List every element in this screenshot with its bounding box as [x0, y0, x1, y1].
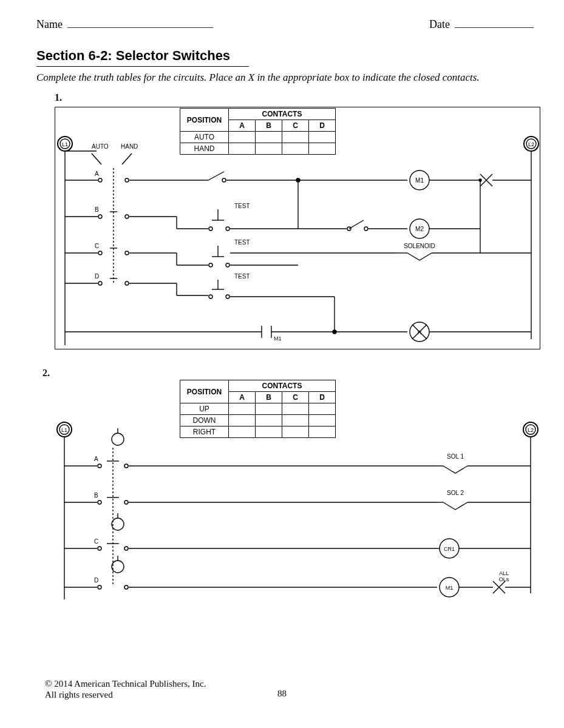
q1-th-b: B [256, 120, 282, 132]
q1-th-position: POSITION [180, 109, 229, 132]
svg-line-48 [349, 220, 364, 229]
svg-text:A: A [94, 456, 98, 462]
q2-truth-table[interactable]: POSITION CONTACTS A B C D UP DOWN RIGHT [180, 380, 336, 438]
svg-text:A: A [95, 170, 99, 177]
question-2: 2. POSITION CONTACTS A B C D UP DOWN RIG… [36, 368, 546, 612]
svg-text:M2: M2 [415, 226, 424, 232]
q2-cell-right-a[interactable] [229, 426, 256, 438]
svg-point-116 [98, 464, 101, 468]
q2-cell-down-a[interactable] [229, 415, 256, 426]
svg-point-78 [98, 281, 102, 285]
q2-row-down: DOWN [180, 415, 229, 426]
q1-truth-table[interactable]: POSITION CONTACTS A B C D AUTO HAND [180, 108, 336, 155]
q2-cell-down-c[interactable] [282, 415, 309, 426]
svg-text:HAND: HAND [121, 143, 138, 150]
svg-point-79 [125, 281, 129, 285]
q2-cell-right-c[interactable] [282, 426, 309, 438]
svg-text:B: B [94, 492, 98, 499]
name-label: Name [36, 18, 63, 31]
q2-row-up: UP [180, 403, 229, 415]
svg-point-33 [98, 215, 102, 218]
q2-th-d: D [309, 392, 336, 403]
q2-th-b: B [256, 392, 282, 403]
svg-point-87 [209, 295, 212, 298]
q2-cell-right-d[interactable] [309, 426, 336, 438]
svg-point-42 [209, 227, 212, 231]
date-label: Date [429, 18, 450, 31]
q1-th-a: A [229, 120, 256, 132]
svg-text:B: B [95, 206, 99, 213]
q1-cell-hand-b[interactable] [256, 143, 282, 155]
q1-cell-auto-c[interactable] [282, 132, 309, 143]
page-number: 88 [277, 689, 287, 699]
copyright: © 2014 American Technical Publishers, In… [45, 678, 206, 689]
svg-point-17 [125, 178, 129, 182]
date-input-line[interactable] [455, 27, 534, 28]
q2-cell-right-b[interactable] [256, 426, 282, 438]
section-title: Section 6-2: Selector Switches [36, 48, 546, 65]
q1-row-auto-label: AUTO [180, 132, 229, 143]
q1-cell-hand-c[interactable] [282, 143, 309, 155]
svg-text:D: D [95, 273, 99, 280]
question-1: 1. POSITION CONTACTS A B C D AUTO HAND [36, 92, 546, 349]
q2-cell-down-d[interactable] [309, 415, 336, 426]
q1-cell-auto-a[interactable] [229, 132, 256, 143]
q2-cell-up-b[interactable] [256, 403, 282, 415]
svg-point-126 [124, 500, 128, 504]
svg-text:SOL 1: SOL 1 [447, 453, 464, 460]
svg-point-117 [124, 464, 128, 468]
svg-point-59 [125, 251, 129, 255]
q2-number: 2. [42, 368, 546, 379]
svg-point-148 [98, 585, 101, 589]
svg-text:L1: L1 [61, 427, 67, 433]
q1-cell-auto-b[interactable] [256, 132, 282, 143]
q2-cell-up-c[interactable] [282, 403, 309, 415]
svg-text:R: R [418, 329, 422, 335]
svg-point-34 [125, 215, 129, 218]
svg-text:L1: L1 [62, 141, 68, 147]
svg-text:SOLENOID: SOLENOID [404, 243, 435, 249]
svg-text:L2: L2 [528, 427, 534, 433]
date-field: Date [429, 18, 534, 31]
svg-point-67 [209, 263, 212, 267]
svg-point-125 [98, 500, 101, 504]
q1-th-d: D [309, 120, 336, 132]
svg-text:TEST: TEST [234, 239, 250, 246]
svg-point-132 [112, 518, 124, 530]
svg-point-43 [226, 227, 229, 231]
svg-point-58 [98, 251, 102, 255]
svg-text:SOL 2: SOL 2 [447, 490, 464, 496]
svg-text:TEST: TEST [234, 203, 250, 209]
svg-text:M1: M1 [274, 335, 282, 342]
q1-number: 1. [55, 92, 546, 103]
q2-th-contacts: CONTACTS [229, 380, 336, 392]
svg-point-149 [124, 585, 128, 589]
name-input-line[interactable] [67, 27, 213, 28]
q2-cell-up-a[interactable] [229, 403, 256, 415]
svg-point-68 [226, 263, 229, 267]
q2-cell-up-d[interactable] [309, 403, 336, 415]
svg-text:M1: M1 [415, 177, 424, 184]
rights: All rights reserved [45, 689, 206, 700]
q2-th-position: POSITION [180, 380, 229, 403]
svg-line-12 [122, 153, 132, 164]
svg-point-88 [226, 295, 229, 298]
section-rule [36, 66, 249, 67]
svg-point-20 [222, 178, 226, 182]
svg-point-137 [124, 547, 128, 550]
q1-cell-auto-d[interactable] [309, 132, 336, 143]
q2-cell-down-b[interactable] [256, 415, 282, 426]
svg-line-19 [208, 172, 224, 180]
svg-text:OLs: OLs [499, 576, 509, 582]
svg-line-11 [92, 153, 101, 164]
q1-cell-hand-a[interactable] [229, 143, 256, 155]
footer: © 2014 American Technical Publishers, In… [45, 678, 206, 700]
q1-cell-hand-d[interactable] [309, 143, 336, 155]
name-field: Name [36, 18, 213, 31]
q2-th-a: A [229, 392, 256, 403]
svg-text:D: D [94, 577, 98, 584]
svg-point-144 [112, 561, 124, 573]
q1-row-hand-label: HAND [180, 143, 229, 155]
q1-th-contacts: CONTACTS [229, 109, 336, 120]
svg-point-111 [112, 433, 124, 445]
